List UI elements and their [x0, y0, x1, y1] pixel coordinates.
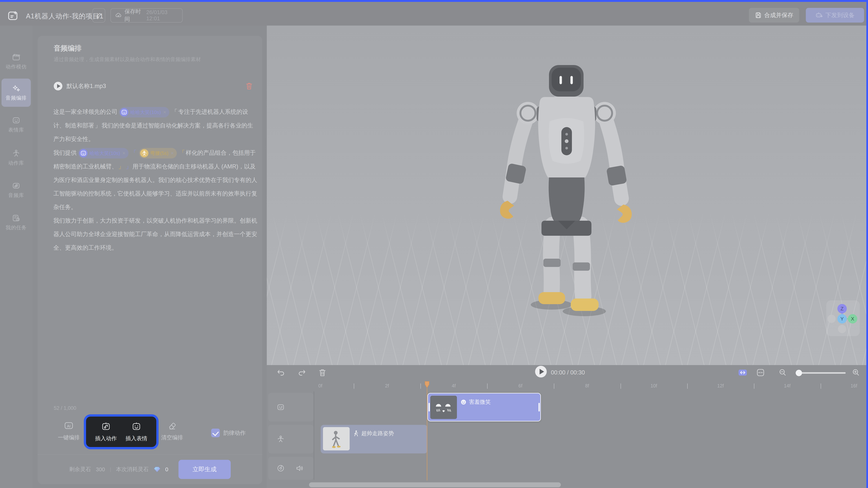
top-bar: A1机器人动作-我的项目1 保存时间 26/01/03 12:01 合成并保存: [0, 2, 868, 26]
script-text: 我们致力于创新，大力投资于研发，以突破人机协作和机器学习的界限。创新机器人公司助…: [53, 217, 257, 251]
expression-clip-label: 害羞微笑: [469, 398, 491, 406]
expression-tag[interactable]: 哈哈大笑(10s)×: [119, 107, 169, 117]
motion-tag[interactable]: 弯腰(5s)×: [139, 148, 177, 159]
cost-stones-value: 0: [165, 466, 168, 472]
ruler-tick: [421, 383, 421, 389]
ruler-tick-label: 14f: [784, 383, 790, 389]
sidebar-label: 表情库: [8, 126, 24, 133]
rename-project-button[interactable]: [92, 8, 105, 23]
app-window: A1机器人动作-我的项目1 保存时间 26/01/03 12:01 合成并保存: [0, 0, 868, 488]
zoom-in-button[interactable]: [851, 367, 861, 378]
music-box-icon: [12, 181, 21, 190]
ruler-tick-label: 6f: [519, 383, 523, 389]
sidebar-label: 我的任务: [6, 224, 27, 231]
insert-motion-button[interactable]: 插入动作: [95, 421, 117, 442]
zoom-slider-knob[interactable]: [796, 370, 802, 376]
frame-border-top: [0, 0, 868, 2]
playhead-marker[interactable]: [425, 381, 430, 389]
timeline-zoom-slider[interactable]: [796, 372, 846, 374]
range-bracket: 」: [118, 163, 124, 170]
project-title: A1机器人动作-我的项目1: [26, 12, 103, 21]
cloud-check-icon: [115, 12, 122, 19]
playhead-line: [427, 388, 427, 481]
timeline-play-button[interactable]: [535, 366, 547, 377]
sidebar-item-my-tasks[interactable]: 我的任务: [1, 208, 31, 236]
motion-tag-icon: [140, 149, 148, 157]
tag-remove-icon[interactable]: ×: [170, 146, 174, 160]
sidebar-item-expression-library[interactable]: 表情库: [1, 111, 31, 139]
audio-track-header[interactable]: [268, 457, 313, 480]
snap-toggle-button[interactable]: [737, 367, 748, 378]
audio-file-name: 默认名称1.mp3: [66, 82, 241, 90]
motion-clip-label: 超帅走路姿势: [361, 430, 394, 437]
sidebar-label: 动作模仿: [6, 63, 27, 70]
volume-icon[interactable]: [296, 464, 304, 472]
motion-track-icon: [277, 435, 285, 443]
audio-file-row: 默认名称1.mp3: [54, 81, 253, 92]
robot-3d-viewport[interactable]: Z Y X: [267, 26, 866, 365]
ruler-tick-label: 2f: [385, 383, 389, 389]
insert-motion-icon: [101, 421, 111, 432]
zoom-out-button[interactable]: [777, 367, 788, 378]
motion-clip[interactable]: 超帅走路姿势: [321, 425, 427, 453]
fit-to-width-button[interactable]: [755, 367, 766, 378]
clear-arrange-button[interactable]: 清空编排: [161, 420, 183, 441]
audio-play-button[interactable]: [54, 82, 62, 90]
walking-person-icon: [353, 430, 359, 437]
frame-border-right: [866, 0, 868, 488]
clear-arrange-label: 清空编排: [161, 434, 183, 441]
one-click-arrange-button[interactable]: AI 一键编排: [58, 420, 80, 441]
sidebar-item-motion-mimic[interactable]: 动作模仿: [1, 47, 31, 76]
generate-now-button[interactable]: 立即生成: [179, 460, 231, 479]
person-icon: [12, 149, 21, 158]
deploy-label: 下发到设备: [826, 11, 855, 19]
delete-audio-icon[interactable]: [245, 82, 253, 90]
smile-icon: [460, 399, 467, 405]
ruler-tick-label: 16f: [851, 383, 857, 389]
expression-clip[interactable]: 害羞微笑: [427, 393, 541, 422]
rhythm-motion-option: 韵律动作: [211, 429, 246, 437]
save-time-label: 保存时间: [125, 8, 144, 23]
ruler-tick: [554, 383, 554, 389]
expression-tag-icon: [79, 149, 88, 157]
remaining-stones-label: 剩余灵石: [69, 466, 91, 473]
script-editor[interactable]: 这是一家全球领先的公司哈哈大笑(10s)×「专注于先进机器人系统的设计、制造和部…: [53, 105, 257, 255]
sidebar-item-audio-library[interactable]: 音频库: [1, 176, 31, 204]
app-logo-icon: [7, 9, 19, 22]
script-text: 用于物流和仓储的自主移动机器人 (AMR)，以及为医疗和酒店业量身定制的服务机器…: [53, 163, 257, 210]
sidebar-label: 动作库: [8, 160, 24, 166]
tag-remove-icon[interactable]: ×: [163, 106, 166, 119]
undo-button[interactable]: [276, 367, 286, 378]
svg-text:X: X: [851, 316, 854, 322]
tag-label: 哈哈大笑(10s): [130, 106, 161, 119]
tag-remove-icon[interactable]: ×: [122, 146, 125, 160]
expression-track-header[interactable]: [268, 393, 313, 422]
sidebar-item-motion-library[interactable]: 动作库: [1, 144, 31, 172]
ruler-tick: [621, 383, 621, 389]
script-text: 我们提供: [53, 149, 76, 156]
range-bracket: 「: [179, 149, 185, 156]
redo-button[interactable]: [297, 367, 307, 378]
footer-divider: |: [110, 466, 111, 472]
timeline-horizontal-scrollbar[interactable]: [309, 482, 561, 487]
deploy-to-device-button[interactable]: 下发到设备: [806, 8, 864, 23]
task-list-icon: [12, 214, 21, 222]
timeline-tracks[interactable]: 害羞微笑 超帅走路姿势: [314, 391, 866, 480]
ruler-tick: [487, 383, 488, 389]
synthesize-save-button[interactable]: 合成并保存: [749, 8, 799, 23]
expression-face-icon: [12, 116, 21, 125]
rhythm-motion-label: 韵律动作: [223, 429, 246, 437]
insert-expression-button[interactable]: 插入表情: [125, 421, 147, 442]
ruler-tick: [687, 383, 688, 389]
panel-subtitle: 通过音频处理，生成音频素材以及融合动作和表情的音频编排素材: [54, 56, 201, 63]
sidebar-item-audio-arrange[interactable]: 音频编排: [1, 79, 31, 107]
remaining-stones-value: 300: [96, 466, 105, 472]
clapperboard-icon: [12, 53, 21, 61]
rhythm-motion-checkbox[interactable]: [211, 429, 220, 437]
synthesize-save-label: 合成并保存: [764, 11, 794, 19]
timeline-ruler[interactable]: 0f2f4f6f8f10f12f14f16f: [314, 382, 866, 391]
delete-clip-button[interactable]: [317, 367, 328, 378]
expression-tag[interactable]: 哈哈大笑(10s)×: [78, 148, 128, 159]
motion-track-header[interactable]: [268, 425, 313, 453]
ruler-tick-label: 0f: [318, 383, 322, 389]
